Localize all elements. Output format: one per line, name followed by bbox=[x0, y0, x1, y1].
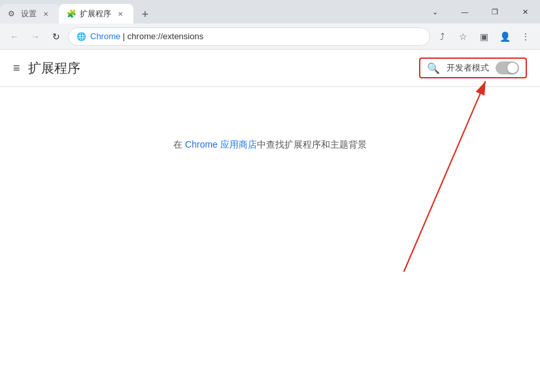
chevron-down-button[interactable]: ⌄ bbox=[420, 0, 450, 24]
developer-mode-area: 🔍 开发者模式 bbox=[419, 57, 527, 78]
new-tab-button[interactable]: + bbox=[136, 5, 154, 24]
chrome-store-link[interactable]: Chrome 应用商店 bbox=[185, 139, 257, 150]
tab-settings[interactable]: ⚙ 设置 ✕ bbox=[0, 4, 59, 24]
forward-button[interactable]: → bbox=[26, 27, 44, 46]
tab-extensions-label: 扩展程序 bbox=[80, 8, 111, 20]
split-view-button[interactable]: ▣ bbox=[475, 27, 493, 46]
tab-settings-label: 设置 bbox=[21, 8, 37, 20]
address-input[interactable]: 🌐 Chrome | chrome://extensions bbox=[68, 27, 430, 46]
page-content: 在 Chrome 应用商店中查找扩展程序和主题背景 bbox=[0, 87, 540, 392]
empty-message: 在 Chrome 应用商店中查找扩展程序和主题背景 bbox=[173, 139, 367, 151]
toolbar-icons: ⤴ ☆ ▣ 👤 ⋮ bbox=[433, 27, 535, 46]
tab-settings-close[interactable]: ✕ bbox=[41, 8, 51, 19]
extensions-icon: 🧩 bbox=[67, 9, 76, 18]
refresh-button[interactable]: ↻ bbox=[47, 27, 65, 46]
empty-message-before: 在 bbox=[173, 139, 185, 150]
address-bar: ← → ↻ 🌐 Chrome | chrome://extensions ⤴ ☆… bbox=[0, 24, 540, 50]
tab-extensions-close[interactable]: ✕ bbox=[115, 8, 126, 19]
page-title: 扩展程序 bbox=[28, 59, 80, 77]
dev-mode-label: 开发者模式 bbox=[447, 62, 489, 74]
bookmark-button[interactable]: ☆ bbox=[454, 27, 472, 46]
globe-icon: 🌐 bbox=[76, 32, 86, 41]
restore-button[interactable]: ❐ bbox=[480, 0, 510, 24]
page-title-area: ≡ 扩展程序 bbox=[13, 59, 80, 77]
hamburger-icon[interactable]: ≡ bbox=[13, 61, 20, 75]
profile-button[interactable]: 👤 bbox=[496, 27, 514, 46]
share-button[interactable]: ⤴ bbox=[433, 27, 451, 46]
title-bar: ⚙ 设置 ✕ 🧩 扩展程序 ✕ + ⌄ — ❐ ✕ bbox=[0, 0, 540, 24]
address-text: Chrome | chrome://extensions bbox=[90, 31, 203, 41]
back-button[interactable]: ← bbox=[5, 27, 24, 46]
menu-button[interactable]: ⋮ bbox=[516, 27, 535, 46]
close-button[interactable]: ✕ bbox=[510, 0, 540, 24]
minimize-button[interactable]: — bbox=[450, 0, 480, 24]
tab-extensions[interactable]: 🧩 扩展程序 ✕ bbox=[59, 4, 133, 24]
empty-message-after: 中查找扩展程序和主题背景 bbox=[257, 139, 367, 150]
developer-mode-toggle[interactable] bbox=[496, 61, 519, 74]
settings-icon: ⚙ bbox=[8, 9, 17, 18]
window-controls: ⌄ — ❐ ✕ bbox=[420, 0, 540, 24]
search-icon[interactable]: 🔍 bbox=[427, 62, 440, 74]
page-header: ≡ 扩展程序 🔍 开发者模式 bbox=[0, 50, 540, 87]
